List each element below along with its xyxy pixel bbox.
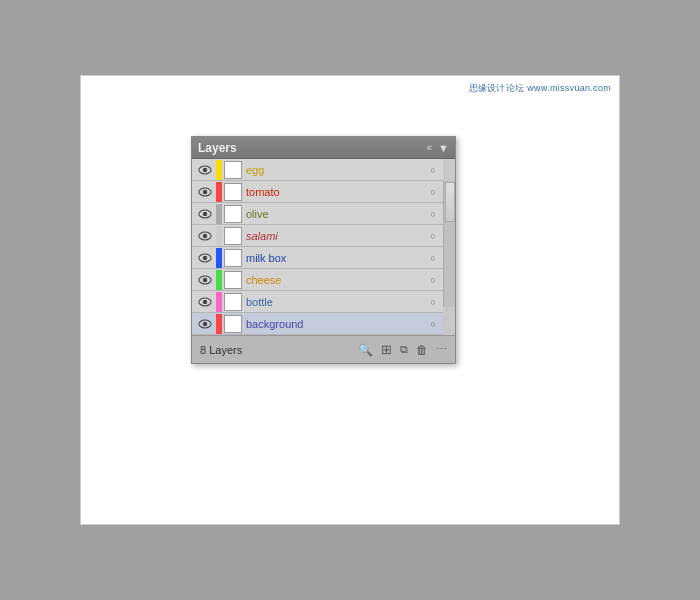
layer-row[interactable]: egg ○: [192, 159, 443, 181]
lock-icon: ○: [425, 319, 441, 329]
layer-name: bottle: [246, 296, 425, 308]
color-strip: [216, 204, 222, 224]
layer-thumbnail: [224, 293, 242, 311]
panel-menu-icon[interactable]: ▼: [438, 142, 449, 154]
layer-row[interactable]: salami ○: [192, 225, 443, 247]
layer-name: tomato: [246, 186, 425, 198]
layers-list: egg ○ tomato ○: [192, 159, 455, 335]
watermark-text: 思缘设计论坛 www.missvuan.com: [469, 82, 611, 95]
svg-point-9: [203, 255, 207, 259]
color-strip: [216, 270, 222, 290]
layer-count: 8 Layers: [200, 344, 242, 356]
layer-row[interactable]: background ○: [192, 313, 443, 335]
svg-point-15: [203, 321, 207, 325]
search-icon[interactable]: 🔍: [358, 343, 373, 357]
layer-thumbnail: [224, 183, 242, 201]
layer-name: egg: [246, 164, 425, 176]
layer-row[interactable]: tomato ○: [192, 181, 443, 203]
lock-icon: ○: [425, 187, 441, 197]
color-strip: [216, 160, 222, 180]
visibility-toggle[interactable]: [194, 319, 216, 329]
lock-icon: ○: [425, 297, 441, 307]
svg-point-5: [203, 211, 207, 215]
layer-row[interactable]: olive ○: [192, 203, 443, 225]
lock-icon: ○: [425, 253, 441, 263]
footer-actions: 🔍 ⊞ ⧉ 🗑 ⋯: [358, 342, 447, 357]
layer-thumbnail: [224, 205, 242, 223]
svg-point-3: [203, 189, 207, 193]
panel-title: Layers: [198, 141, 237, 155]
layer-name: milk box: [246, 252, 425, 264]
layer-thumbnail: [224, 227, 242, 245]
color-strip: [216, 314, 222, 334]
panel-more-icon[interactable]: ⋯: [436, 343, 447, 356]
layer-name: background: [246, 318, 425, 330]
visibility-toggle[interactable]: [194, 275, 216, 285]
duplicate-layer-icon[interactable]: ⧉: [400, 343, 408, 356]
canvas-area: 思缘设计论坛 www.missvuan.com Layers « ▼: [80, 75, 620, 525]
color-strip: [216, 292, 222, 312]
layer-thumbnail: [224, 271, 242, 289]
lock-icon: ○: [425, 275, 441, 285]
visibility-toggle[interactable]: [194, 209, 216, 219]
layer-thumbnail: [224, 315, 242, 333]
layer-row[interactable]: milk box ○: [192, 247, 443, 269]
panel-title-controls: « ▼: [427, 142, 449, 154]
visibility-toggle[interactable]: [194, 297, 216, 307]
panel-titlebar: Layers « ▼: [192, 137, 455, 159]
svg-point-13: [203, 299, 207, 303]
layer-name: salami: [246, 230, 425, 242]
svg-point-1: [203, 167, 207, 171]
layers-panel: Layers « ▼ egg ○: [191, 136, 456, 364]
color-strip: [216, 226, 222, 246]
layer-row[interactable]: cheese ○: [192, 269, 443, 291]
color-strip: [216, 182, 222, 202]
scroll-thumb[interactable]: [445, 182, 455, 222]
delete-layer-icon[interactable]: 🗑: [416, 343, 428, 357]
lock-icon: ○: [425, 165, 441, 175]
scrollbar[interactable]: [443, 181, 455, 307]
visibility-toggle[interactable]: [194, 231, 216, 241]
layer-thumbnail: [224, 161, 242, 179]
layer-name: olive: [246, 208, 425, 220]
new-layer-icon[interactable]: ⊞: [381, 342, 392, 357]
panel-footer: 8 Layers 🔍 ⊞ ⧉ 🗑 ⋯: [192, 335, 455, 363]
layer-name: cheese: [246, 274, 425, 286]
color-strip: [216, 248, 222, 268]
layer-row[interactable]: bottle ○: [192, 291, 443, 313]
lock-icon: ○: [425, 209, 441, 219]
svg-point-7: [203, 233, 207, 237]
visibility-toggle[interactable]: [194, 187, 216, 197]
svg-point-11: [203, 277, 207, 281]
layer-thumbnail: [224, 249, 242, 267]
lock-icon: ○: [425, 231, 441, 241]
collapse-icon[interactable]: «: [427, 142, 433, 153]
visibility-toggle[interactable]: [194, 253, 216, 263]
visibility-toggle[interactable]: [194, 165, 216, 175]
